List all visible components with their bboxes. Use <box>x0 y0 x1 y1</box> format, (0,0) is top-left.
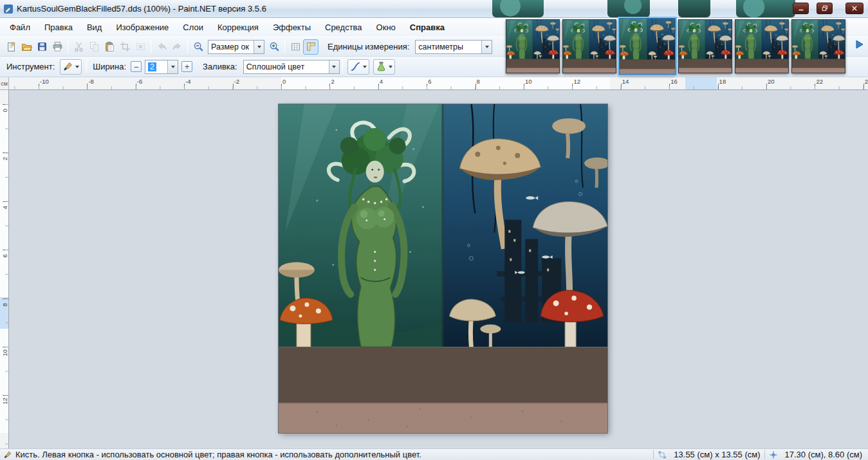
zoom-in-button[interactable] <box>266 39 282 55</box>
units-value: сантиметры <box>416 42 481 51</box>
smooth-curve-icon <box>350 61 361 72</box>
paste-icon <box>104 41 115 52</box>
tool-label: Инструмент: <box>6 62 55 71</box>
ruler-tick <box>281 84 282 89</box>
minimize-button[interactable] <box>793 3 809 14</box>
copy-icon <box>89 41 100 52</box>
ruler-tick-label: 22 <box>816 78 823 85</box>
image-thumbnail-4[interactable] <box>678 19 732 73</box>
width-decrease-button[interactable]: − <box>131 61 142 72</box>
ruler-units-corner: см <box>0 77 9 90</box>
menu-item-help[interactable]: Справка <box>403 19 452 35</box>
width-combo[interactable]: 2 <box>145 60 178 74</box>
ruler-tick <box>87 84 88 89</box>
copy-button <box>86 39 102 55</box>
ruler-tick-label: 8 <box>1 300 8 309</box>
paste-button[interactable] <box>102 39 117 55</box>
antialiasing-button[interactable] <box>347 59 369 75</box>
ruler-tick <box>863 84 864 89</box>
image-thumbnail-5[interactable] <box>735 19 789 73</box>
ruler-tick <box>766 84 767 89</box>
ruler-tick-label: 2 <box>1 154 8 163</box>
ruler-tick-label: -2 <box>234 78 239 85</box>
image-thumbnail-2[interactable] <box>562 19 616 73</box>
crop-button <box>117 39 133 55</box>
menu-item-edit[interactable]: Правка <box>37 19 80 35</box>
thumbnail-image <box>620 19 675 74</box>
document-canvas[interactable] <box>279 104 607 433</box>
combo-arrow[interactable] <box>254 41 264 53</box>
thumbnail-image <box>735 20 788 73</box>
ruler-tick-label: 0 <box>1 106 8 115</box>
units-combo[interactable]: сантиметры <box>415 40 492 54</box>
ruler-tick-label: 6 <box>428 78 431 85</box>
menu-item-file[interactable]: Файл <box>3 19 37 35</box>
print-button[interactable] <box>50 39 65 55</box>
status-bar: Кисть. Левая кнопка - использовать основ… <box>0 448 868 460</box>
toolbar-separator <box>284 40 285 53</box>
combo-arrow[interactable] <box>481 41 492 53</box>
menu-item-utilities[interactable]: Средства <box>318 19 369 35</box>
ruler-tick <box>815 84 815 89</box>
save-button[interactable] <box>34 39 50 55</box>
toolbar-separator <box>187 40 188 53</box>
ruler-tick <box>233 84 234 89</box>
tool-brush-button[interactable] <box>60 59 82 75</box>
cursor-position-icon <box>769 450 778 459</box>
cut-button <box>71 39 86 55</box>
status-right-group: 13.55 (см) x 13.55 (см) 17.30 (см), 8.60… <box>653 450 865 459</box>
ruler-tick <box>621 84 622 89</box>
ruler-tick-label: 4 <box>380 78 383 85</box>
rulers-button[interactable] <box>303 39 319 55</box>
image-thumbnail-1[interactable] <box>506 19 560 73</box>
grid-icon <box>290 41 301 52</box>
width-increase-button[interactable]: + <box>181 61 192 72</box>
grid-button[interactable] <box>288 39 303 55</box>
width-value: 2 <box>148 62 156 71</box>
toolbar-group-left <box>3 39 206 55</box>
horizontal-ruler: -10-8-6-4-2024681012141618202224 <box>9 77 868 90</box>
ruler-tick <box>136 84 136 89</box>
new-file-button[interactable] <box>3 39 19 55</box>
menu-item-window[interactable]: Окно <box>369 19 403 35</box>
caret-down-icon <box>485 46 489 48</box>
redo-button <box>169 39 185 55</box>
menu-item-layers[interactable]: Слои <box>176 19 210 35</box>
menu-item-image[interactable]: Изображение <box>109 19 176 35</box>
ruler-tick <box>329 84 330 89</box>
ruler-tick-label: 2 <box>331 78 334 85</box>
ruler-tick-label: 20 <box>768 78 775 85</box>
ruler-tick <box>3 250 8 250</box>
ruler-tick-label: -8 <box>88 78 93 85</box>
undo-icon <box>156 41 167 52</box>
ruler-tick-label: 10 <box>525 78 532 85</box>
close-button[interactable] <box>845 3 863 14</box>
fill-label: Заливка: <box>203 62 237 71</box>
ruler-tick-label: 12 <box>1 397 8 406</box>
zoom-out-button[interactable] <box>190 39 206 55</box>
ruler-tick <box>378 84 379 89</box>
image-list-scroll-right[interactable] <box>854 39 865 50</box>
new-file-icon <box>6 41 17 52</box>
ruler-tick-label: 14 <box>622 78 629 85</box>
ruler-tick-label: 0 <box>282 78 286 85</box>
maximize-button[interactable] <box>817 3 833 14</box>
image-thumbnail-3[interactable] <box>619 18 676 75</box>
ruler-tick-label: 10 <box>1 349 8 358</box>
blend-mode-button[interactable] <box>373 59 395 75</box>
ruler-tick <box>718 84 719 89</box>
ruler-tick <box>3 201 8 202</box>
open-button[interactable] <box>19 39 34 55</box>
menu-item-effects[interactable]: Эффекты <box>266 19 318 35</box>
thumbnail-image <box>679 20 732 73</box>
image-list <box>506 19 845 75</box>
image-thumbnail-6[interactable] <box>791 19 845 73</box>
combo-arrow[interactable] <box>329 60 339 73</box>
combo-arrow[interactable] <box>167 60 178 73</box>
menu-item-view[interactable]: Вид <box>80 19 109 35</box>
menu-item-adjustments[interactable]: Коррекция <box>210 19 266 35</box>
zoom-size-combo[interactable]: Размер ок <box>208 40 264 54</box>
fill-style-combo[interactable]: Сплошной цвет <box>243 60 340 74</box>
aero-glass-artifact <box>736 0 795 17</box>
ruler-tick <box>3 395 8 396</box>
